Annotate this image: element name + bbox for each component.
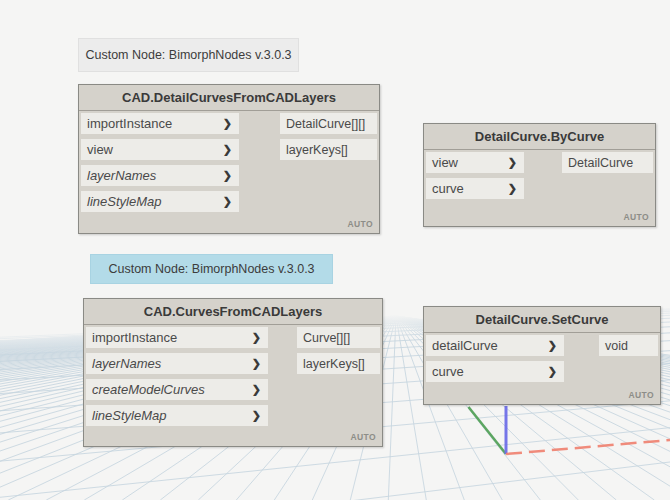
- node-title[interactable]: DetailCurve.SetCurve: [424, 307, 660, 333]
- input-port-view[interactable]: view ❯: [81, 139, 239, 160]
- node-detailcurve-setcurve[interactable]: DetailCurve.SetCurve detailCurve ❯ curve…: [423, 306, 661, 405]
- port-chevron-icon: ❯: [252, 379, 261, 400]
- port-chevron-icon: ❯: [223, 139, 232, 160]
- node-cad-curvesfromcadlayers[interactable]: CAD.CurvesFromCADLayers importInstance ❯…: [83, 298, 383, 447]
- node-title[interactable]: CAD.DetailCurvesFromCADLayers: [79, 85, 379, 111]
- input-port-label: createModelCurves: [92, 382, 205, 397]
- input-port-label: importInstance: [87, 116, 172, 131]
- lacing-label[interactable]: AUTO: [623, 212, 649, 222]
- input-port-detailcurve[interactable]: detailCurve ❯: [426, 335, 564, 356]
- note-text: Custom Node: BimorphNodes v.3.0.3: [85, 48, 291, 62]
- port-chevron-icon: ❯: [252, 405, 261, 426]
- input-port-layernames[interactable]: layerNames ❯: [81, 165, 239, 186]
- input-port-label: curve: [432, 181, 464, 196]
- input-port-curve[interactable]: curve ❯: [426, 178, 524, 199]
- input-port-linestylemap[interactable]: lineStyleMap ❯: [86, 405, 268, 426]
- output-port-layerkeys[interactable]: layerKeys[]: [280, 139, 377, 160]
- lacing-label[interactable]: AUTO: [347, 219, 373, 229]
- port-chevron-icon: ❯: [548, 335, 557, 356]
- node-title[interactable]: DetailCurve.ByCurve: [424, 124, 655, 150]
- node-cad-detailcurvesfromcadlayers[interactable]: CAD.DetailCurvesFromCADLayers importInst…: [78, 84, 380, 234]
- input-port-label: view: [87, 142, 113, 157]
- input-port-label: layerNames: [92, 356, 161, 371]
- input-port-label: detailCurve: [432, 338, 498, 353]
- node-detailcurve-bycurve[interactable]: DetailCurve.ByCurve view ❯ curve ❯ Detai…: [423, 123, 656, 227]
- note-text: Custom Node: BimorphNodes v.3.0.3: [108, 262, 314, 276]
- output-port-detailcurve[interactable]: DetailCurve[][]: [280, 113, 377, 134]
- port-chevron-icon: ❯: [548, 361, 557, 382]
- input-port-label: lineStyleMap: [87, 194, 161, 209]
- port-chevron-icon: ❯: [252, 353, 261, 374]
- output-port-curve[interactable]: Curve[][]: [297, 327, 380, 348]
- input-port-label: view: [432, 155, 458, 170]
- port-chevron-icon: ❯: [508, 152, 517, 173]
- output-port-void[interactable]: void: [599, 335, 658, 356]
- input-port-label: layerNames: [87, 168, 156, 183]
- input-port-importinstance[interactable]: importInstance ❯: [81, 113, 239, 134]
- port-chevron-icon: ❯: [508, 178, 517, 199]
- lacing-label[interactable]: AUTO: [628, 390, 654, 400]
- port-chevron-icon: ❯: [223, 113, 232, 134]
- input-port-linestylemap[interactable]: lineStyleMap ❯: [81, 191, 239, 212]
- input-port-layernames[interactable]: layerNames ❯: [86, 353, 268, 374]
- note-custom-node-1[interactable]: Custom Node: BimorphNodes v.3.0.3: [78, 38, 299, 72]
- input-port-createmodelcurves[interactable]: createModelCurves ❯: [86, 379, 268, 400]
- input-port-curve[interactable]: curve ❯: [426, 361, 564, 382]
- output-port-detailcurve[interactable]: DetailCurve: [562, 152, 653, 173]
- input-port-label: curve: [432, 364, 464, 379]
- port-chevron-icon: ❯: [223, 191, 232, 212]
- input-port-label: lineStyleMap: [92, 408, 166, 423]
- note-custom-node-2[interactable]: Custom Node: BimorphNodes v.3.0.3: [90, 254, 333, 284]
- input-port-label: importInstance: [92, 330, 177, 345]
- port-chevron-icon: ❯: [223, 165, 232, 186]
- node-title[interactable]: CAD.CurvesFromCADLayers: [84, 299, 382, 325]
- input-port-importinstance[interactable]: importInstance ❯: [86, 327, 268, 348]
- lacing-label[interactable]: AUTO: [350, 432, 376, 442]
- port-chevron-icon: ❯: [252, 327, 261, 348]
- dynamo-canvas[interactable]: Custom Node: BimorphNodes v.3.0.3 CAD.De…: [0, 0, 670, 500]
- input-port-view[interactable]: view ❯: [426, 152, 524, 173]
- output-port-layerkeys[interactable]: layerKeys[]: [297, 353, 380, 374]
